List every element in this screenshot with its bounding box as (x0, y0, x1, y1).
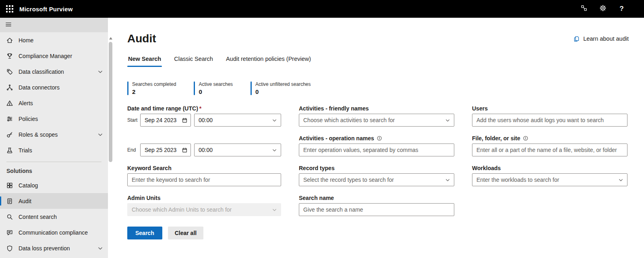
stat-value: 0 (199, 88, 233, 95)
info-icon[interactable] (523, 135, 528, 141)
field-users: Users (472, 105, 627, 127)
info-icon[interactable] (377, 135, 382, 141)
field-admin-units: Admin Units Choose which Admin Units to … (127, 194, 281, 216)
stat-accent-bar (194, 81, 195, 95)
sidebar-item-policies[interactable]: Policies (0, 111, 108, 127)
chevron-down-icon (445, 118, 450, 123)
chevron-down-icon (445, 177, 450, 183)
connected-apps-button[interactable] (574, 0, 593, 18)
data-loss-prevention-icon (6, 245, 13, 252)
stat-label: Active searches (199, 81, 233, 87)
users-label: Users (472, 105, 627, 112)
sidebar-item-label: Data classification (19, 69, 64, 75)
stat-active-searches: Active searches 0 (194, 81, 233, 95)
field-record-types: Record types Select the record types to … (299, 164, 454, 186)
sidebar-section-solutions: Solutions (0, 164, 108, 177)
sidebar-item-data-loss-prevention[interactable]: Data loss prevention (0, 240, 108, 256)
chevron-down-icon (618, 177, 623, 183)
calendar-icon[interactable] (182, 147, 188, 153)
workloads-select[interactable]: Enter the workloads to search for (472, 173, 627, 186)
help-button[interactable]: ? (612, 0, 631, 18)
tab-bar: New Search Classic Search Audit retentio… (127, 52, 629, 67)
start-date-input[interactable]: Sep 24 2023 (140, 114, 191, 127)
record-types-label: Record types (299, 164, 454, 171)
waffle-icon (6, 5, 13, 12)
sidebar-item-content-search[interactable]: Content search (0, 209, 108, 225)
chevron-down-icon (97, 132, 103, 137)
sidebar-item-alerts[interactable]: Alerts (0, 95, 108, 111)
field-workloads: Workloads Enter the workloads to search … (472, 164, 627, 186)
sidebar-item-label: Alerts (19, 100, 33, 106)
admin-units-select: Choose which Admin Units to search for (127, 203, 281, 216)
app-title: Microsoft Purview (19, 6, 73, 12)
sidebar-item-label: Data loss prevention (19, 245, 70, 252)
stat-active-unfiltered-searches: Active unfiltered searches 0 (251, 81, 311, 95)
date-range-label: Date and time range (UTC) * (127, 105, 281, 112)
nav-scrollbar[interactable] (108, 18, 114, 258)
sidebar-item-audit[interactable]: Audit (0, 193, 108, 209)
users-input[interactable] (472, 114, 627, 127)
sidebar-item-label: Content search (19, 214, 57, 220)
field-keyword-search: Keyword Search (127, 164, 281, 186)
file-folder-site-input[interactable] (472, 144, 627, 156)
activities-operation-label: Activities - operation names (299, 135, 454, 141)
compliance-manager-icon (6, 52, 13, 60)
search-button[interactable]: Search (127, 227, 162, 239)
sidebar-item-label: Compliance Manager (19, 53, 72, 59)
page-title: Audit (127, 32, 156, 45)
settings-button[interactable] (593, 0, 612, 18)
sidebar-item-trials[interactable]: Trials (0, 142, 108, 158)
sidebar-item-label: Roles & scopes (19, 131, 58, 138)
tab-audit-retention-policies[interactable]: Audit retention policies (Preview) (225, 52, 312, 67)
audit-search-form: Date and time range (UTC) * Start Sep 24… (127, 105, 629, 216)
collapse-navigation-button[interactable] (0, 18, 108, 32)
end-date-input[interactable]: Sep 25 2023 (140, 144, 191, 156)
sidebar-item-catalog[interactable]: Catalog (0, 177, 108, 193)
tab-new-search[interactable]: New Search (127, 52, 162, 67)
record-types-select[interactable]: Select the record types to search for (299, 173, 454, 186)
sidebar-item-data-connectors[interactable]: Data connectors (0, 79, 108, 95)
stat-label: Active unfiltered searches (255, 81, 311, 87)
sidebar-item-label: Audit (19, 198, 31, 204)
field-activities-operation: Activities - operation names (299, 135, 454, 156)
search-name-input[interactable] (299, 203, 454, 216)
sidebar-item-data-classification[interactable]: Data classification (0, 64, 108, 79)
activities-friendly-select[interactable]: Choose which activities to search for (299, 114, 454, 127)
calendar-icon[interactable] (182, 117, 188, 123)
top-app-bar: Microsoft Purview ? (0, 0, 644, 18)
left-navigation: Home Compliance Manager Data classificat… (0, 18, 108, 258)
label-spacer (127, 135, 281, 144)
learn-about-audit-link[interactable]: Learn about audit (573, 35, 629, 42)
learn-link-label: Learn about audit (583, 35, 629, 42)
field-date-range-start: Date and time range (UTC) * Start Sep 24… (127, 105, 281, 127)
stat-value: 0 (255, 88, 311, 95)
stat-label: Searches completed (132, 81, 176, 87)
scrollbar-up-arrow[interactable] (109, 37, 112, 40)
settings-gear-icon (599, 4, 607, 14)
sidebar-item-communication-compliance[interactable]: Communication compliance (0, 225, 108, 240)
communication-compliance-icon (6, 229, 13, 236)
sidebar-item-label: Policies (19, 116, 38, 122)
app-launcher-button[interactable] (0, 0, 19, 18)
sidebar-item-home[interactable]: Home (0, 32, 108, 48)
data-connectors-icon (6, 84, 13, 91)
sidebar-item-roles-scopes[interactable]: Roles & scopes (0, 127, 108, 142)
scrollbar-thumb[interactable] (109, 42, 112, 162)
sidebar-item-label: Trials (19, 147, 32, 154)
activities-operation-input[interactable] (299, 144, 454, 156)
chevron-down-icon (97, 246, 103, 251)
sidebar-item-compliance-manager[interactable]: Compliance Manager (0, 48, 108, 64)
sidebar-item-label: Data connectors (19, 84, 60, 91)
required-asterisk: * (199, 105, 201, 112)
keyword-search-input[interactable] (127, 173, 281, 186)
connected-apps-icon (580, 4, 588, 14)
end-time-select[interactable]: 00:00 (194, 144, 281, 156)
tab-classic-search[interactable]: Classic Search (173, 52, 214, 67)
start-time-select[interactable]: 00:00 (194, 114, 281, 127)
file-folder-site-label: File, folder, or site (472, 135, 627, 141)
roles-scopes-icon (6, 131, 13, 138)
catalog-icon (6, 182, 13, 189)
clear-all-button[interactable]: Clear all (168, 227, 203, 239)
home-icon (6, 37, 13, 44)
content-search-icon (6, 213, 13, 221)
